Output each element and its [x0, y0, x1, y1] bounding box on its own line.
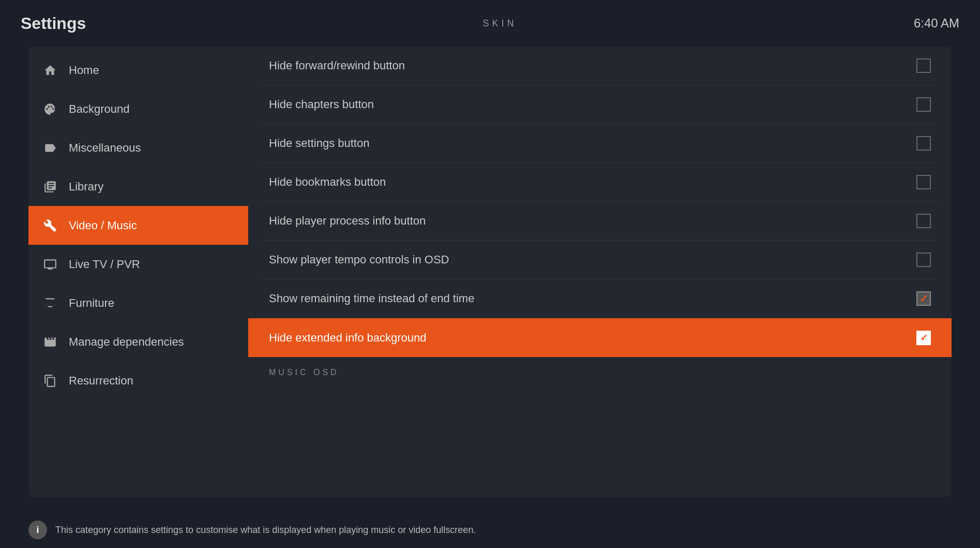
label-hide-forward-rewind: Hide forward/rewind button	[269, 59, 405, 72]
monitor-icon	[39, 292, 62, 315]
sidebar-item-library[interactable]: Library	[28, 167, 248, 206]
sidebar-label-live-tv: Live TV / PVR	[69, 258, 140, 271]
row-hide-player-process[interactable]: Hide player process info button	[264, 202, 936, 241]
footer: i This category contains settings to cus…	[0, 512, 980, 548]
clock: 6:40 AM	[914, 16, 959, 31]
sidebar-item-manage-dependencies[interactable]: Manage dependencies	[28, 322, 248, 361]
row-hide-settings[interactable]: Hide settings button	[264, 124, 936, 163]
library-icon	[39, 175, 62, 198]
tv-icon	[39, 253, 62, 276]
page-title: Settings	[21, 14, 86, 33]
label-hide-settings: Hide settings button	[269, 137, 369, 150]
row-hide-chapters[interactable]: Hide chapters button	[264, 85, 936, 124]
wrench-icon	[39, 214, 62, 237]
label-show-tempo: Show player tempo controls in OSD	[269, 253, 449, 266]
tag-icon	[39, 137, 62, 159]
row-show-tempo[interactable]: Show player tempo controls in OSD	[264, 241, 936, 279]
sidebar-label-library: Library	[69, 180, 103, 194]
sidebar-label-furniture: Furniture	[69, 297, 114, 310]
checkbox-show-remaining-time[interactable]: ✓	[916, 291, 931, 306]
info-icon: i	[28, 521, 47, 539]
home-icon	[39, 59, 62, 82]
label-hide-bookmarks: Hide bookmarks button	[269, 175, 386, 189]
main-container: Home Background Miscellaneous	[28, 47, 952, 497]
label-hide-extended-info: Hide extended info background	[269, 331, 427, 345]
sidebar-label-background: Background	[69, 102, 129, 116]
header-section-label: SKIN	[483, 18, 517, 29]
footer-info-text: This category contains settings to custo…	[55, 525, 476, 536]
row-show-remaining-time[interactable]: Show remaining time instead of end time …	[264, 279, 936, 318]
checkbox-hide-player-process[interactable]	[916, 214, 931, 228]
header: Settings SKIN 6:40 AM	[0, 0, 980, 47]
checkbox-hide-chapters[interactable]	[916, 97, 931, 112]
label-hide-chapters: Hide chapters button	[269, 98, 374, 111]
checkmark-show-remaining-time: ✓	[919, 292, 928, 305]
sidebar: Home Background Miscellaneous	[28, 47, 248, 497]
label-show-remaining-time: Show remaining time instead of end time	[269, 292, 474, 305]
sidebar-item-background[interactable]: Background	[28, 90, 248, 128]
section-header-music-osd: MUSIC OSD	[264, 357, 936, 388]
sidebar-item-miscellaneous[interactable]: Miscellaneous	[28, 128, 248, 167]
checkbox-hide-forward-rewind[interactable]	[916, 58, 931, 73]
sidebar-item-live-tv[interactable]: Live TV / PVR	[28, 245, 248, 284]
content-panel: Hide forward/rewind button Hide chapters…	[248, 47, 952, 497]
checkbox-hide-extended-info[interactable]: ✓	[916, 331, 931, 345]
checkbox-hide-bookmarks[interactable]	[916, 175, 931, 189]
clone-icon	[39, 369, 62, 392]
row-hide-bookmarks[interactable]: Hide bookmarks button	[264, 163, 936, 202]
sidebar-label-video-music: Video / Music	[69, 219, 137, 232]
palette-icon	[39, 98, 62, 121]
row-hide-forward-rewind[interactable]: Hide forward/rewind button	[264, 47, 936, 85]
sidebar-label-miscellaneous: Miscellaneous	[69, 141, 141, 155]
sidebar-label-home: Home	[69, 64, 99, 77]
checkmark-hide-extended-info: ✓	[920, 332, 928, 344]
sidebar-item-video-music[interactable]: Video / Music	[28, 206, 248, 245]
checkbox-show-tempo[interactable]	[916, 253, 931, 267]
sidebar-item-home[interactable]: Home	[28, 51, 248, 90]
checkbox-hide-settings[interactable]	[916, 136, 931, 151]
row-hide-extended-info[interactable]: Hide extended info background ✓	[248, 318, 952, 357]
sidebar-label-manage-dependencies: Manage dependencies	[69, 335, 184, 349]
film-icon	[39, 331, 62, 353]
sidebar-label-resurrection: Resurrection	[69, 374, 133, 388]
sidebar-item-resurrection[interactable]: Resurrection	[28, 361, 248, 400]
label-hide-player-process: Hide player process info button	[269, 214, 426, 228]
sidebar-item-furniture[interactable]: Furniture	[28, 284, 248, 322]
section-label-music-osd: MUSIC OSD	[269, 368, 339, 377]
